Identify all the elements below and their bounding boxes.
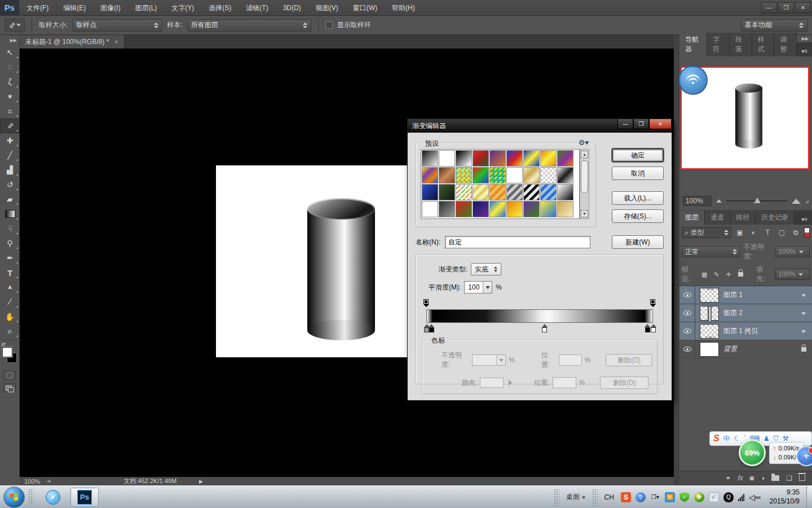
layer-thumbnail[interactable] bbox=[700, 288, 719, 303]
magic-wand-tool[interactable] bbox=[0, 89, 20, 104]
sample-size-select[interactable]: 取样点 bbox=[72, 19, 162, 32]
history-brush-tool[interactable] bbox=[0, 177, 20, 192]
export-icon[interactable]: ⇥ bbox=[46, 478, 50, 484]
layer-style-fx-icon[interactable]: fx bbox=[738, 474, 743, 482]
dialog-close-button[interactable]: ✕ bbox=[649, 119, 672, 129]
slider-thumb[interactable] bbox=[754, 198, 761, 203]
network-monitor-widget[interactable]: 69% ↑0.09K/s ↓0.09K/s bbox=[739, 439, 804, 466]
opacity-stop[interactable] bbox=[650, 299, 656, 308]
gradient-preset[interactable] bbox=[456, 201, 472, 217]
eye-icon[interactable] bbox=[683, 292, 691, 297]
tab-3[interactable]: 样式 bbox=[752, 33, 775, 56]
filter-shape-icon[interactable]: ▢ bbox=[776, 227, 787, 238]
panel-menu-icon[interactable]: ▾≡ bbox=[797, 46, 812, 56]
crop-tool[interactable] bbox=[0, 104, 20, 119]
smoothness-combo[interactable]: 100 bbox=[464, 281, 492, 294]
load-button[interactable]: 载入(L)... bbox=[612, 191, 664, 205]
gradient-preset[interactable] bbox=[506, 167, 523, 183]
move-tool[interactable] bbox=[0, 45, 20, 60]
visibility-cell[interactable] bbox=[679, 304, 695, 322]
smudge-tool[interactable] bbox=[0, 221, 20, 236]
gradient-preset[interactable] bbox=[523, 184, 540, 200]
start-button[interactable] bbox=[3, 487, 25, 508]
color-stop[interactable] bbox=[541, 324, 548, 333]
sogou-tray-icon[interactable]: S bbox=[621, 492, 631, 502]
gradient-preset[interactable] bbox=[473, 201, 489, 217]
wifi-tray-icon[interactable]: 🛜 bbox=[665, 492, 675, 502]
eraser-tool[interactable] bbox=[0, 192, 20, 207]
gradient-preset[interactable] bbox=[540, 184, 557, 200]
lasso-tool[interactable] bbox=[0, 75, 20, 89]
menu-item-1[interactable]: 编辑(E) bbox=[56, 0, 93, 16]
gradient-preset[interactable] bbox=[523, 150, 540, 167]
new-layer-icon[interactable]: ❏ bbox=[786, 474, 792, 482]
new-button[interactable]: 新建(W) bbox=[612, 235, 664, 249]
menu-item-6[interactable]: 滤镜(T) bbox=[239, 0, 275, 16]
lock-paint-icon[interactable]: ✎ bbox=[712, 270, 721, 279]
security-shield-icon[interactable]: ✓ bbox=[679, 492, 690, 502]
gradient-preset[interactable] bbox=[489, 167, 506, 183]
scroll-down-icon[interactable]: ▼ bbox=[581, 210, 588, 217]
lock-position-icon[interactable]: ✛ bbox=[724, 270, 732, 279]
wifi-hotspot-widget[interactable] bbox=[678, 65, 708, 95]
pen-tool[interactable] bbox=[0, 251, 20, 265]
show-ring-checkbox[interactable] bbox=[325, 21, 333, 29]
link-layers-icon[interactable]: ⚭ bbox=[725, 474, 731, 482]
sogou-logo-icon[interactable]: S bbox=[713, 433, 720, 444]
memory-usage-ball[interactable]: 69% bbox=[739, 439, 766, 466]
show-hidden-icons[interactable]: ❐▾ bbox=[650, 492, 660, 502]
menu-item-2[interactable]: 图像(I) bbox=[93, 0, 127, 16]
panel-menu-icon[interactable]: ▾≡ bbox=[797, 214, 812, 225]
gradient-preset[interactable] bbox=[489, 150, 506, 167]
gradient-preset[interactable] bbox=[439, 201, 455, 217]
volume-icon[interactable]: ◁═ bbox=[749, 493, 761, 502]
type-tool[interactable] bbox=[0, 265, 20, 280]
taskbar-clock[interactable]: 9:35 2015/10/9 bbox=[764, 488, 805, 506]
gradient-preset[interactable] bbox=[422, 167, 438, 183]
tab-close-icon[interactable]: × bbox=[114, 38, 118, 45]
color-stop[interactable] bbox=[645, 324, 651, 333]
gradient-preset[interactable] bbox=[557, 201, 573, 217]
scroll-thumb[interactable] bbox=[581, 160, 588, 193]
chevron-right-icon[interactable]: » bbox=[582, 494, 585, 500]
dodge-tool[interactable] bbox=[0, 236, 20, 251]
tab-1[interactable]: 字符 bbox=[707, 33, 730, 56]
menu-item-9[interactable]: 窗口(W) bbox=[346, 0, 385, 16]
eye-icon[interactable] bbox=[683, 329, 691, 334]
accelerator-ball-widget[interactable]: + bbox=[796, 446, 812, 466]
gear-icon[interactable]: ⚙▾ bbox=[577, 138, 590, 147]
gradient-preset[interactable] bbox=[456, 167, 472, 183]
layers-tab-1[interactable]: 通道 bbox=[705, 211, 730, 225]
taskbar-browser-button[interactable] bbox=[39, 488, 67, 507]
gradient-type-select[interactable]: 实底 bbox=[471, 263, 501, 275]
gradient-preset[interactable] bbox=[473, 150, 489, 167]
minimize-button[interactable]: — bbox=[761, 2, 777, 14]
layer-row[interactable]: 图层 1 拷贝⚭ bbox=[679, 322, 812, 340]
gradient-preset[interactable] bbox=[506, 201, 523, 217]
color-stop[interactable] bbox=[650, 324, 656, 333]
adjustment-layer-icon[interactable]: ◑ bbox=[761, 474, 765, 482]
menu-item-4[interactable]: 文字(Y) bbox=[164, 0, 201, 16]
healing-brush-tool[interactable] bbox=[0, 133, 20, 148]
gradient-preset[interactable] bbox=[540, 201, 557, 217]
navigator-zoom-slider[interactable] bbox=[726, 200, 787, 202]
layers-tab-3[interactable]: 历史记录 bbox=[756, 211, 795, 225]
sample-select[interactable]: 所有图层 bbox=[187, 19, 311, 32]
menu-item-3[interactable]: 图层(L) bbox=[128, 0, 165, 16]
marquee-tool[interactable] bbox=[0, 60, 20, 75]
save-button[interactable]: 存储(S)... bbox=[612, 209, 664, 223]
dialog-title-bar[interactable]: 渐变编辑器 — ❐ ✕ bbox=[408, 119, 672, 133]
gradient-preset[interactable] bbox=[439, 150, 455, 167]
gradient-preset[interactable] bbox=[422, 150, 438, 167]
opacity-stop[interactable] bbox=[423, 299, 430, 308]
show-desktop-button[interactable] bbox=[806, 486, 812, 508]
eye-icon[interactable] bbox=[683, 347, 691, 352]
filter-type-select[interactable]: ⌕ 类型 bbox=[682, 227, 731, 238]
gradient-tool[interactable] bbox=[0, 207, 20, 221]
hand-tool[interactable] bbox=[0, 309, 20, 324]
layer-row[interactable]: 背景 bbox=[679, 340, 812, 358]
close-button[interactable]: ✕ bbox=[795, 2, 811, 14]
document-canvas[interactable] bbox=[216, 165, 433, 357]
eyedropper-tool-chip[interactable] bbox=[5, 19, 25, 32]
gradient-preset[interactable] bbox=[540, 150, 557, 167]
